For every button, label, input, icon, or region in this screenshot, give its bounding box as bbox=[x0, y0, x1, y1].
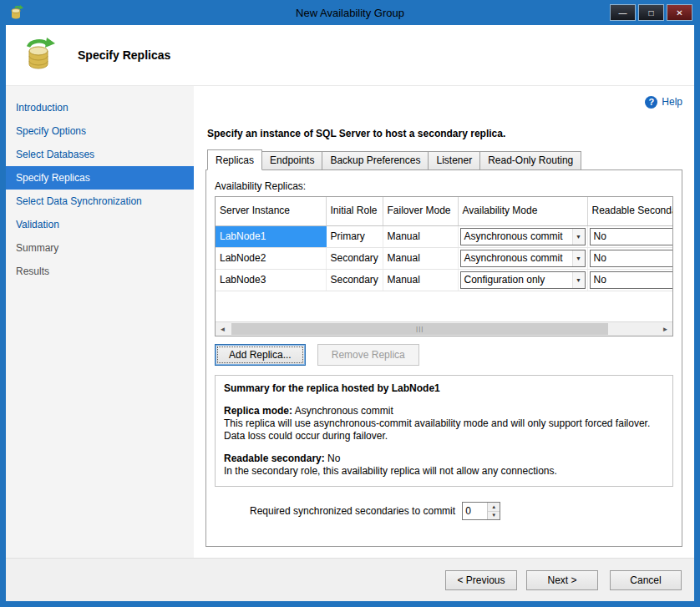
replica-mode-line: Replica mode: Asynchronous commit bbox=[224, 405, 664, 417]
chevron-down-icon[interactable]: ▼ bbox=[572, 272, 585, 288]
wizard-window: New Availability Group — □ ✕ Specify Rep… bbox=[0, 0, 700, 607]
sidebar-item-summary: Summary bbox=[6, 236, 194, 260]
column-header-failover-mode[interactable]: Failover Mode bbox=[383, 197, 458, 225]
scrollbar-grip-icon: ||| bbox=[416, 326, 424, 332]
summary-title: Summary for the replica hosted by LabNod… bbox=[224, 382, 664, 395]
availability-mode-combo[interactable]: Asynchronous commit ▼ bbox=[460, 228, 586, 245]
horizontal-scrollbar[interactable]: ◄ ||| ► bbox=[216, 321, 672, 336]
sidebar-item-specify-options[interactable]: Specify Options bbox=[6, 119, 194, 143]
readable-secondary-value: No bbox=[594, 252, 606, 264]
column-header-server-instance[interactable]: Server Instance bbox=[216, 197, 326, 225]
availability-mode-value: Asynchronous commit bbox=[464, 230, 563, 242]
spin-up-icon[interactable]: ▲ bbox=[488, 503, 500, 512]
tab-backup-preferences[interactable]: Backup Preferences bbox=[322, 151, 429, 169]
sidebar-item-validation[interactable]: Validation bbox=[6, 213, 194, 236]
table-row[interactable]: LabNode3 Secondary Manual Configuration … bbox=[216, 269, 672, 291]
replicas-tab-panel: Availability Replicas: Server Instance I… bbox=[205, 169, 682, 547]
previous-button[interactable]: < Previous bbox=[445, 570, 517, 590]
chevron-down-icon[interactable]: ▼ bbox=[572, 250, 585, 266]
initial-role-cell[interactable]: Primary bbox=[326, 225, 383, 247]
readable-secondary-combo[interactable]: No ▼ bbox=[590, 250, 673, 267]
sidebar-item-select-databases[interactable]: Select Databases bbox=[6, 143, 194, 166]
server-instance-cell[interactable]: LabNode3 bbox=[216, 269, 326, 291]
window-frame: Specify Replicas Introduction Specify Op… bbox=[6, 25, 694, 601]
tab-read-only-routing[interactable]: Read-Only Routing bbox=[479, 151, 581, 169]
column-header-initial-role[interactable]: Initial Role bbox=[326, 197, 383, 225]
wizard-footer: < Previous Next > Cancel bbox=[6, 558, 694, 601]
sidebar-item-introduction[interactable]: Introduction bbox=[6, 96, 194, 119]
sync-commit-spinner: ▲ ▼ bbox=[462, 502, 500, 520]
window-title: New Availability Group bbox=[6, 7, 694, 19]
help-label: Help bbox=[662, 96, 682, 108]
replica-summary-panel: Summary for the replica hosted by LabNod… bbox=[215, 375, 673, 487]
remove-replica-button[interactable]: Remove Replica bbox=[317, 344, 419, 366]
availability-mode-combo[interactable]: Asynchronous commit ▼ bbox=[460, 250, 586, 267]
titlebar: New Availability Group — □ ✕ bbox=[6, 0, 694, 25]
next-button[interactable]: Next > bbox=[526, 570, 598, 590]
database-replica-icon bbox=[19, 36, 58, 74]
readable-secondary-value: No bbox=[594, 274, 606, 286]
availability-mode-combo[interactable]: Configuration only ▼ bbox=[460, 271, 586, 289]
readable-secondary-description: In the secondary role, this availability… bbox=[224, 465, 664, 478]
column-header-availability-mode[interactable]: Availability Mode bbox=[458, 197, 587, 225]
scroll-left-icon[interactable]: ◄ bbox=[216, 322, 230, 336]
wizard-body: Introduction Specify Options Select Data… bbox=[6, 86, 694, 558]
sync-commit-row: Required synchronized secondaries to com… bbox=[250, 502, 673, 520]
availability-replicas-label: Availability Replicas: bbox=[215, 180, 673, 192]
help-link[interactable]: ? Help bbox=[205, 94, 682, 109]
scroll-right-icon[interactable]: ► bbox=[658, 322, 672, 336]
window-controls: — □ ✕ bbox=[610, 4, 694, 21]
initial-role-cell[interactable]: Secondary bbox=[326, 269, 383, 291]
replicas-grid: Server Instance Initial Role Failover Mo… bbox=[215, 196, 673, 336]
instruction-text: Specify an instance of SQL Server to hos… bbox=[207, 128, 682, 139]
help-icon: ? bbox=[645, 96, 657, 109]
readable-secondary-value: No bbox=[327, 453, 340, 464]
sidebar-item-results: Results bbox=[6, 260, 194, 283]
main-content: ? Help Specify an instance of SQL Server… bbox=[194, 86, 694, 558]
failover-mode-cell[interactable]: Manual bbox=[383, 247, 458, 269]
minimize-icon[interactable]: — bbox=[610, 4, 636, 21]
sync-commit-input[interactable] bbox=[463, 503, 487, 519]
spin-down-icon[interactable]: ▼ bbox=[488, 512, 500, 520]
readable-secondary-combo[interactable]: No ▼ bbox=[590, 271, 673, 289]
availability-mode-value: Asynchronous commit bbox=[464, 252, 563, 264]
wizard-steps-sidebar: Introduction Specify Options Select Data… bbox=[6, 86, 194, 558]
maximize-icon[interactable]: □ bbox=[638, 4, 664, 21]
failover-mode-cell[interactable]: Manual bbox=[383, 225, 458, 247]
tab-endpoints[interactable]: Endpoints bbox=[261, 151, 322, 169]
readable-secondary-combo[interactable]: No ▼ bbox=[590, 228, 673, 245]
add-replica-button[interactable]: Add Replica... bbox=[215, 344, 306, 366]
wizard-header: Specify Replicas bbox=[6, 25, 694, 86]
sidebar-item-specify-replicas[interactable]: Specify Replicas bbox=[6, 166, 194, 190]
readable-secondary-label: Readable secondary: bbox=[224, 453, 325, 464]
readable-secondary-line: Readable secondary: No bbox=[224, 453, 664, 465]
sidebar-item-select-data-synchronization[interactable]: Select Data Synchronization bbox=[6, 190, 194, 213]
tab-strip: Replicas Endpoints Backup Preferences Li… bbox=[207, 149, 682, 169]
replica-buttons-row: Add Replica... Remove Replica bbox=[215, 344, 673, 366]
readable-secondary-value: No bbox=[594, 230, 606, 242]
app-icon bbox=[8, 5, 23, 20]
tab-listener[interactable]: Listener bbox=[428, 151, 480, 169]
replica-mode-description: This replica will use asynchronous-commi… bbox=[224, 417, 664, 443]
page-title: Specify Replicas bbox=[78, 48, 170, 62]
sync-commit-label: Required synchronized secondaries to com… bbox=[250, 505, 455, 517]
close-icon[interactable]: ✕ bbox=[667, 4, 692, 21]
scrollbar-thumb[interactable]: ||| bbox=[231, 323, 608, 335]
server-instance-cell[interactable]: LabNode1 bbox=[216, 225, 326, 247]
tab-replicas[interactable]: Replicas bbox=[207, 149, 262, 170]
cancel-button[interactable]: Cancel bbox=[610, 570, 682, 590]
table-row[interactable]: LabNode2 Secondary Manual Asynchronous c… bbox=[216, 247, 672, 269]
table-row[interactable]: LabNode1 Primary Manual Asynchronous com… bbox=[216, 225, 672, 247]
replica-mode-label: Replica mode: bbox=[224, 405, 292, 417]
initial-role-cell[interactable]: Secondary bbox=[326, 247, 383, 269]
column-header-readable-secondary[interactable]: Readable Secondary bbox=[587, 197, 672, 225]
failover-mode-cell[interactable]: Manual bbox=[383, 269, 458, 291]
grid-header-row: Server Instance Initial Role Failover Mo… bbox=[216, 197, 672, 225]
scrollbar-track[interactable]: ||| bbox=[230, 322, 658, 336]
replica-mode-value: Asynchronous commit bbox=[295, 405, 393, 417]
spinner-buttons: ▲ ▼ bbox=[487, 503, 500, 519]
chevron-down-icon[interactable]: ▼ bbox=[572, 229, 585, 245]
replicas-grid-viewport: Server Instance Initial Role Failover Mo… bbox=[216, 197, 672, 321]
availability-mode-value: Configuration only bbox=[464, 274, 545, 286]
server-instance-cell[interactable]: LabNode2 bbox=[216, 247, 326, 269]
